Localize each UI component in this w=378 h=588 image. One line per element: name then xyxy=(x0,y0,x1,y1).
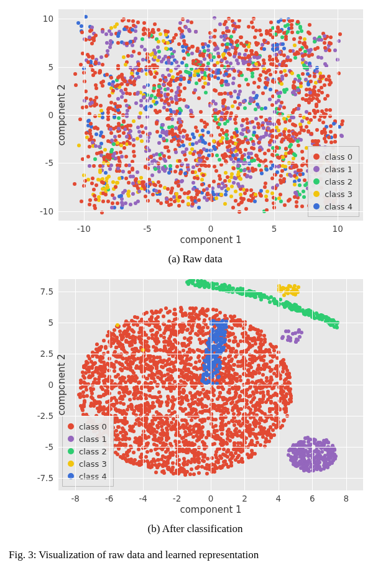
legend-marker-icon xyxy=(68,436,74,442)
x-tick: 10 xyxy=(333,221,343,234)
x-tick: -8 xyxy=(71,490,79,503)
x-tick: -10 xyxy=(77,221,91,234)
legend-marker-icon xyxy=(313,203,320,209)
legend-label: class 2 xyxy=(79,447,107,456)
legend-item: class 3 xyxy=(313,188,353,200)
y-tick: 0 xyxy=(48,380,58,390)
figure-caption: Fig. 3: Visualization of raw data and le… xyxy=(9,549,378,561)
y-tick: 5 xyxy=(48,62,58,72)
y-tick: 10 xyxy=(43,14,58,24)
legend-item: class 1 xyxy=(68,433,107,445)
plot-area-b: component 2 class 0class 1class 2class 3… xyxy=(58,279,363,490)
chart-raw-data: component 2 class 0class 1class 2class 3… xyxy=(21,9,369,265)
legend-item: class 1 xyxy=(313,163,353,175)
legend-b: class 0class 1class 2class 3class 4 xyxy=(62,416,114,487)
y-tick: -2.5 xyxy=(37,411,58,421)
x-tick: 8 xyxy=(343,490,349,503)
x-tick: -6 xyxy=(105,490,113,503)
legend-marker-icon xyxy=(313,166,320,172)
y-tick: 2.5 xyxy=(40,349,58,359)
x-tick: 4 xyxy=(276,490,282,503)
plot-area-a: component 2 class 0class 1class 2class 3… xyxy=(58,9,363,221)
legend-item: class 4 xyxy=(68,470,107,482)
legend-label: class 3 xyxy=(79,459,107,469)
y-tick: 7.5 xyxy=(40,287,58,296)
legend-label: class 2 xyxy=(325,177,353,186)
y-tick: 5 xyxy=(48,318,58,328)
legend-marker-icon xyxy=(68,423,74,430)
legend-item: class 0 xyxy=(68,420,107,433)
legend-label: class 1 xyxy=(79,434,107,444)
legend-marker-icon xyxy=(68,461,74,467)
x-tick: 5 xyxy=(272,221,277,234)
chart-after-classification: component 2 class 0class 1class 2class 3… xyxy=(21,279,369,535)
y-tick: 0 xyxy=(48,110,58,120)
subcaption-a: (a) Raw data xyxy=(21,253,369,265)
y-tick: -5 xyxy=(45,442,58,452)
legend-label: class 4 xyxy=(325,202,353,211)
legend-label: class 4 xyxy=(79,472,107,481)
x-tick: 0 xyxy=(208,221,214,234)
x-tick: 0 xyxy=(208,490,214,503)
legend-marker-icon xyxy=(313,154,320,160)
x-axis-label: component 1 xyxy=(58,504,363,515)
x-tick: -4 xyxy=(139,490,147,503)
legend-item: class 2 xyxy=(313,175,353,188)
subcaption-b: (b) After classification xyxy=(21,523,369,535)
legend-label: class 3 xyxy=(325,190,353,199)
legend-item: class 0 xyxy=(313,150,353,163)
x-tick: 2 xyxy=(242,490,247,503)
legend-marker-icon xyxy=(68,448,74,454)
legend-marker-icon xyxy=(313,191,320,197)
legend-label: class 1 xyxy=(325,165,353,174)
x-tick: 6 xyxy=(310,490,315,503)
y-tick: -7.5 xyxy=(37,473,58,483)
x-axis-label: component 1 xyxy=(58,234,363,246)
legend-item: class 3 xyxy=(68,457,107,470)
legend-label: class 0 xyxy=(79,422,107,431)
legend-a: class 0class 1class 2class 3class 4 xyxy=(308,146,359,217)
y-tick: -5 xyxy=(45,158,58,168)
x-tick: -2 xyxy=(173,490,181,503)
x-tick: -5 xyxy=(143,221,151,234)
legend-marker-icon xyxy=(313,178,320,185)
legend-label: class 0 xyxy=(325,152,353,162)
y-tick: -10 xyxy=(40,206,58,216)
